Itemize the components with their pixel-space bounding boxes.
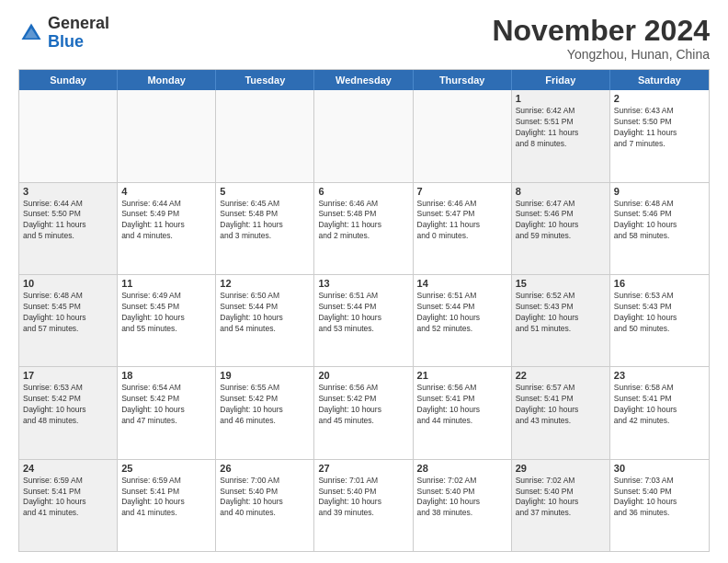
calendar-cell: 8Sunrise: 6:47 AM Sunset: 5:46 PM Daylig… [512,183,610,274]
calendar-cell: 22Sunrise: 6:57 AM Sunset: 5:41 PM Dayli… [512,367,610,458]
day-number: 15 [516,278,606,289]
calendar-cell: 4Sunrise: 6:44 AM Sunset: 5:49 PM Daylig… [118,183,216,274]
day-number: 16 [614,278,705,289]
calendar-cell: 17Sunrise: 6:53 AM Sunset: 5:42 PM Dayli… [19,367,118,458]
day-info: Sunrise: 6:56 AM Sunset: 5:42 PM Dayligh… [318,383,408,427]
header-day: Monday [118,70,216,90]
calendar-row: 10Sunrise: 6:48 AM Sunset: 5:45 PM Dayli… [19,274,709,366]
calendar-cell: 14Sunrise: 6:51 AM Sunset: 5:44 PM Dayli… [414,275,512,366]
logo-blue: Blue [48,32,84,51]
calendar-cell [216,90,314,181]
day-info: Sunrise: 7:01 AM Sunset: 5:40 PM Dayligh… [318,476,408,520]
calendar-cell: 10Sunrise: 6:48 AM Sunset: 5:45 PM Dayli… [19,275,118,366]
calendar-body: 1Sunrise: 6:42 AM Sunset: 5:51 PM Daylig… [19,90,709,551]
calendar-row: 3Sunrise: 6:44 AM Sunset: 5:50 PM Daylig… [19,182,709,274]
day-number: 22 [516,370,606,381]
calendar-cell: 27Sunrise: 7:01 AM Sunset: 5:40 PM Dayli… [314,460,413,551]
day-number: 9 [614,186,705,197]
calendar-cell [314,90,413,181]
day-number: 23 [614,370,705,381]
day-number: 7 [417,186,507,197]
day-info: Sunrise: 6:44 AM Sunset: 5:49 PM Dayligh… [121,199,211,243]
day-info: Sunrise: 6:53 AM Sunset: 5:43 PM Dayligh… [614,291,705,335]
calendar-cell: 21Sunrise: 6:56 AM Sunset: 5:41 PM Dayli… [414,367,512,458]
day-info: Sunrise: 7:03 AM Sunset: 5:40 PM Dayligh… [614,476,705,520]
day-info: Sunrise: 7:02 AM Sunset: 5:40 PM Dayligh… [417,476,507,520]
calendar-cell: 3Sunrise: 6:44 AM Sunset: 5:50 PM Daylig… [19,183,118,274]
header-day: Saturday [610,70,709,90]
day-number: 28 [417,463,507,474]
calendar-cell: 5Sunrise: 6:45 AM Sunset: 5:48 PM Daylig… [216,183,314,274]
day-info: Sunrise: 6:51 AM Sunset: 5:44 PM Dayligh… [318,291,408,335]
logo-general: General [48,14,109,32]
day-info: Sunrise: 6:42 AM Sunset: 5:51 PM Dayligh… [516,106,606,150]
calendar-cell [118,90,216,181]
day-number: 2 [614,93,705,104]
calendar-cell: 7Sunrise: 6:46 AM Sunset: 5:47 PM Daylig… [414,183,512,274]
day-number: 20 [318,370,408,381]
calendar-cell: 26Sunrise: 7:00 AM Sunset: 5:40 PM Dayli… [216,460,314,551]
title-area: November 2024 Yongzhou, Hunan, China [492,15,710,62]
calendar-cell: 6Sunrise: 6:46 AM Sunset: 5:48 PM Daylig… [314,183,413,274]
calendar-row: 17Sunrise: 6:53 AM Sunset: 5:42 PM Dayli… [19,366,709,458]
calendar-cell: 25Sunrise: 6:59 AM Sunset: 5:41 PM Dayli… [118,460,216,551]
day-info: Sunrise: 6:46 AM Sunset: 5:47 PM Dayligh… [417,199,507,243]
day-number: 25 [121,463,211,474]
calendar-cell: 2Sunrise: 6:43 AM Sunset: 5:50 PM Daylig… [610,90,709,181]
day-number: 19 [220,370,310,381]
month-title: November 2024 [492,15,710,47]
day-number: 24 [23,463,113,474]
day-number: 29 [516,463,606,474]
day-info: Sunrise: 6:58 AM Sunset: 5:41 PM Dayligh… [614,383,705,427]
day-info: Sunrise: 7:02 AM Sunset: 5:40 PM Dayligh… [516,476,606,520]
day-info: Sunrise: 7:00 AM Sunset: 5:40 PM Dayligh… [220,476,310,520]
day-info: Sunrise: 6:46 AM Sunset: 5:48 PM Dayligh… [318,199,408,243]
day-info: Sunrise: 6:52 AM Sunset: 5:43 PM Dayligh… [516,291,606,335]
calendar-cell: 13Sunrise: 6:51 AM Sunset: 5:44 PM Dayli… [314,275,413,366]
calendar-cell: 12Sunrise: 6:50 AM Sunset: 5:44 PM Dayli… [216,275,314,366]
calendar-cell [414,90,512,181]
calendar-cell: 24Sunrise: 6:59 AM Sunset: 5:41 PM Dayli… [19,460,118,551]
day-number: 11 [121,278,211,289]
calendar-cell: 1Sunrise: 6:42 AM Sunset: 5:51 PM Daylig… [512,90,610,181]
calendar-row: 1Sunrise: 6:42 AM Sunset: 5:51 PM Daylig… [19,90,709,181]
calendar-cell: 15Sunrise: 6:52 AM Sunset: 5:43 PM Dayli… [512,275,610,366]
day-info: Sunrise: 6:55 AM Sunset: 5:42 PM Dayligh… [220,383,310,427]
day-number: 3 [23,186,113,197]
day-number: 26 [220,463,310,474]
day-number: 4 [121,186,211,197]
day-number: 13 [318,278,408,289]
day-number: 10 [23,278,113,289]
day-number: 8 [516,186,606,197]
day-info: Sunrise: 6:54 AM Sunset: 5:42 PM Dayligh… [121,383,211,427]
day-info: Sunrise: 6:48 AM Sunset: 5:46 PM Dayligh… [614,199,705,243]
day-info: Sunrise: 6:56 AM Sunset: 5:41 PM Dayligh… [417,383,507,427]
calendar-cell: 28Sunrise: 7:02 AM Sunset: 5:40 PM Dayli… [414,460,512,551]
day-number: 18 [121,370,211,381]
header-day: Wednesday [314,70,413,90]
day-number: 12 [220,278,310,289]
day-info: Sunrise: 6:59 AM Sunset: 5:41 PM Dayligh… [121,476,211,520]
logo-text: General Blue [48,15,109,52]
subtitle: Yongzhou, Hunan, China [492,47,710,62]
day-number: 30 [614,463,705,474]
day-number: 14 [417,278,507,289]
header-day: Thursday [414,70,512,90]
day-info: Sunrise: 6:45 AM Sunset: 5:48 PM Dayligh… [220,199,310,243]
calendar-cell: 20Sunrise: 6:56 AM Sunset: 5:42 PM Dayli… [314,367,413,458]
logo: General Blue [18,15,109,52]
logo-icon [18,20,44,46]
day-info: Sunrise: 6:47 AM Sunset: 5:46 PM Dayligh… [516,199,606,243]
calendar-cell: 18Sunrise: 6:54 AM Sunset: 5:42 PM Dayli… [118,367,216,458]
day-info: Sunrise: 6:59 AM Sunset: 5:41 PM Dayligh… [23,476,113,520]
calendar-cell: 30Sunrise: 7:03 AM Sunset: 5:40 PM Dayli… [610,460,709,551]
header: General Blue November 2024 Yongzhou, Hun… [18,15,710,62]
day-number: 5 [220,186,310,197]
day-number: 21 [417,370,507,381]
header-day: Friday [512,70,610,90]
day-number: 17 [23,370,113,381]
calendar-cell: 9Sunrise: 6:48 AM Sunset: 5:46 PM Daylig… [610,183,709,274]
day-number: 6 [318,186,408,197]
calendar-row: 24Sunrise: 6:59 AM Sunset: 5:41 PM Dayli… [19,459,709,551]
day-info: Sunrise: 6:53 AM Sunset: 5:42 PM Dayligh… [23,383,113,427]
